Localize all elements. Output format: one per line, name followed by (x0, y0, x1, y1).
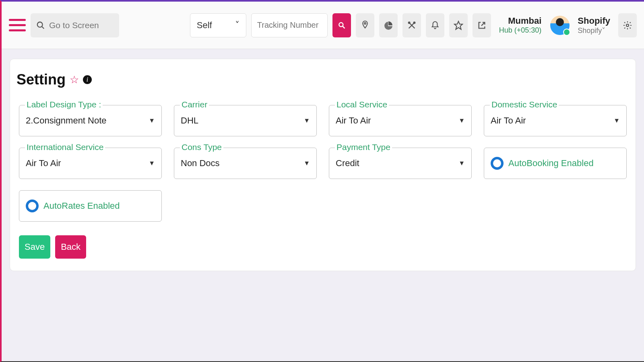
toggle-icon (26, 200, 39, 212)
chevron-down-icon: ▼ (149, 160, 155, 167)
user-block[interactable]: Shopify Shopify˅ (578, 16, 610, 35)
chevron-down-icon: ˅ (235, 20, 239, 31)
tracking-number-input[interactable] (251, 13, 328, 37)
field-label: Local Service (335, 100, 389, 109)
search-icon (338, 21, 346, 29)
field-value: Air To Air (26, 158, 149, 169)
location-button[interactable] (356, 13, 374, 37)
field-label: Cons Type (180, 142, 223, 152)
pin-icon (361, 20, 369, 31)
favorites-button[interactable] (449, 13, 468, 37)
user-name: Shopify (578, 16, 610, 26)
carrier-select[interactable]: Carrier DHL ▼ (174, 105, 317, 136)
chevron-down-icon: ▼ (458, 160, 465, 167)
field-label: International Service (25, 142, 105, 152)
settings-card: Setting ☆ i Label Design Type : 2.Consig… (10, 59, 636, 271)
svg-line-3 (343, 26, 345, 28)
tools-icon (407, 21, 416, 30)
svg-point-4 (364, 22, 366, 24)
autobooking-toggle[interactable]: AutoBooking Enabled (484, 148, 627, 179)
svg-line-10 (481, 22, 485, 25)
svg-marker-9 (454, 21, 462, 29)
toggle-icon (491, 157, 504, 170)
user-role: Shopify˅ (578, 26, 610, 35)
toggle-label: AutoBooking Enabled (508, 158, 594, 169)
settings-button[interactable] (618, 13, 637, 37)
menu-icon[interactable] (9, 17, 26, 34)
tracking-search-button[interactable] (332, 13, 351, 37)
gear-icon (623, 21, 632, 30)
chevron-down-icon: ▼ (458, 117, 465, 124)
avatar[interactable] (550, 16, 570, 35)
field-value: Air To Air (491, 115, 613, 126)
field-label: Payment Type (335, 142, 392, 152)
external-icon (477, 21, 486, 30)
bell-icon (431, 21, 440, 30)
field-label: Label Design Type : (25, 100, 103, 109)
cons-type-select[interactable]: Cons Type Non Docs ▼ (174, 148, 317, 179)
svg-point-2 (339, 23, 343, 27)
svg-point-0 (37, 22, 43, 27)
chevron-down-icon: ▼ (303, 160, 310, 167)
label-design-type-select[interactable]: Label Design Type : 2.Consignment Note ▼ (19, 105, 162, 136)
international-service-select[interactable]: International Service Air To Air ▼ (19, 148, 162, 179)
scope-select[interactable]: Self ˅ (190, 13, 246, 37)
top-bar: Self ˅ (2, 2, 644, 49)
field-value: Credit (336, 158, 458, 169)
global-search[interactable] (31, 13, 119, 37)
field-value: Non Docs (181, 158, 303, 169)
back-button[interactable]: Back (55, 235, 86, 259)
svg-line-1 (42, 26, 44, 29)
search-icon (36, 21, 45, 30)
chevron-down-icon: ▼ (613, 117, 620, 124)
chevron-down-icon: ▼ (303, 117, 310, 124)
field-value: DHL (181, 115, 303, 126)
info-icon[interactable]: i (83, 75, 92, 84)
autorates-toggle[interactable]: AutoRates Enabled (19, 190, 162, 222)
hub-timezone: Hub (+05:30) (499, 26, 542, 35)
star-icon (454, 21, 463, 30)
field-value: 2.Consignment Note (26, 115, 149, 126)
analytics-button[interactable] (379, 13, 398, 37)
field-label: Carrier (180, 100, 209, 109)
search-input[interactable] (49, 21, 114, 30)
tools-button[interactable] (402, 13, 421, 37)
favorite-star-icon[interactable]: ☆ (70, 74, 79, 86)
domestic-service-select[interactable]: Domestic Service Air To Air ▼ (484, 105, 627, 136)
page-title: Setting (17, 71, 66, 88)
hub-city: Mumbai (499, 16, 542, 26)
hub-block: Mumbai Hub (+05:30) (499, 16, 542, 35)
pie-icon (384, 21, 393, 30)
toggle-label: AutoRates Enabled (43, 201, 120, 211)
local-service-select[interactable]: Local Service Air To Air ▼ (329, 105, 472, 136)
svg-point-11 (626, 24, 629, 27)
save-button[interactable]: Save (19, 235, 50, 259)
external-link-button[interactable] (473, 13, 491, 37)
chevron-down-icon: ▼ (149, 117, 155, 124)
field-label: Domestic Service (490, 100, 559, 109)
payment-type-select[interactable]: Payment Type Credit ▼ (329, 148, 472, 179)
field-value: Air To Air (336, 115, 458, 126)
scope-value: Self (197, 20, 212, 31)
notifications-button[interactable] (426, 13, 444, 37)
